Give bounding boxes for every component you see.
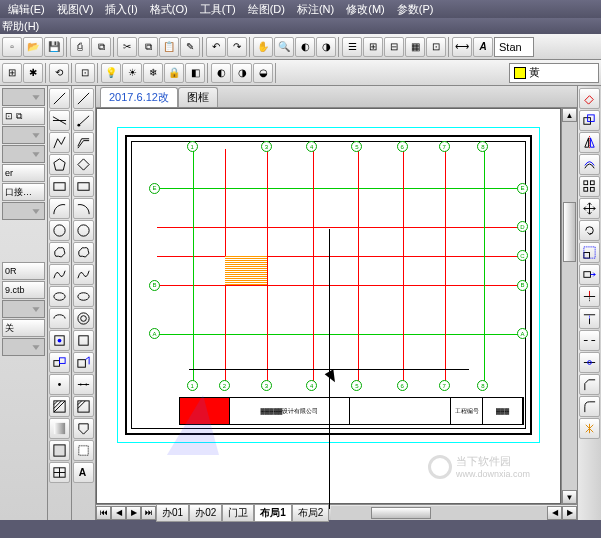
menu-param[interactable]: 参数(P) [391, 1, 440, 18]
scroll-up-button[interactable]: ▲ [562, 108, 577, 122]
redo-button[interactable]: ↷ [227, 37, 247, 57]
scroll-down-button[interactable]: ▼ [562, 490, 577, 504]
wipeout-tool[interactable] [73, 440, 94, 461]
move-tool[interactable] [579, 198, 600, 219]
lp-combo-3[interactable] [2, 145, 45, 163]
polygon-tool[interactable] [49, 154, 70, 175]
circle2-tool[interactable] [73, 220, 94, 241]
break-tool[interactable] [579, 330, 600, 351]
menu-insert[interactable]: 插入(I) [99, 1, 143, 18]
lp-combo-6[interactable] [2, 338, 45, 356]
erase-tool[interactable] [579, 88, 600, 109]
layer-states-button[interactable]: ⊡ [75, 63, 95, 83]
insert2-tool[interactable] [73, 330, 94, 351]
layout-tab-3[interactable]: 门卫 [222, 504, 254, 522]
zoom-button[interactable]: 🔍 [274, 37, 294, 57]
line2-tool[interactable] [73, 88, 94, 109]
tab-frame[interactable]: 图框 [178, 87, 218, 107]
circle-tool[interactable] [49, 220, 70, 241]
spline2-tool[interactable] [73, 264, 94, 285]
ellipsearc-tool[interactable] [49, 308, 70, 329]
zoom-ext-button[interactable]: ◑ [316, 37, 336, 57]
tool1-button[interactable]: ⊞ [363, 37, 383, 57]
menu-tools[interactable]: 工具(T) [194, 1, 242, 18]
layout-tab-5[interactable]: 布局2 [292, 504, 330, 522]
tab-next-button[interactable]: ▶ [126, 506, 141, 520]
xref-button[interactable]: ✱ [23, 63, 43, 83]
layout-tab-1[interactable]: 办01 [156, 504, 189, 522]
lp-rel[interactable]: 关 [2, 319, 45, 337]
rect2-tool[interactable] [73, 176, 94, 197]
lp-combo-4[interactable] [2, 202, 45, 220]
region-tool[interactable] [49, 440, 70, 461]
print-button[interactable]: ⎙ [70, 37, 90, 57]
fillet-tool[interactable] [579, 396, 600, 417]
layer-off-button[interactable]: ◑ [232, 63, 252, 83]
layer-iso-button[interactable]: ◒ [253, 63, 273, 83]
preview-button[interactable]: ⧉ [91, 37, 111, 57]
copy-button[interactable]: ⧉ [138, 37, 158, 57]
light-button[interactable]: 💡 [101, 63, 121, 83]
open-button[interactable]: 📂 [23, 37, 43, 57]
hatch2-tool[interactable] [73, 396, 94, 417]
arc2-tool[interactable] [73, 198, 94, 219]
lp-combo-5[interactable] [2, 300, 45, 318]
menu-dim[interactable]: 标注(N) [291, 1, 340, 18]
drawing-canvas[interactable]: E D C B A E B A 1 2 3 4 5 6 7 8 1 [96, 108, 561, 504]
scrollbar-vertical[interactable]: ▲ ▼ [561, 108, 577, 504]
block-tool[interactable] [49, 352, 70, 373]
menu-help[interactable]: 帮助(H) [2, 19, 39, 34]
tab-first-button[interactable]: ⏮ [96, 506, 111, 520]
paste-button[interactable]: 📋 [159, 37, 179, 57]
wblock-tool[interactable] [73, 352, 94, 373]
menu-modify[interactable]: 修改(M) [340, 1, 391, 18]
tool3-button[interactable]: ▦ [405, 37, 425, 57]
color-combo[interactable]: 黄 [509, 63, 599, 83]
extend-tool[interactable] [579, 308, 600, 329]
cloud2-tool[interactable] [73, 242, 94, 263]
color-button[interactable]: ◧ [185, 63, 205, 83]
scroll-left-button[interactable]: ◀ [547, 506, 562, 520]
rotate-tool[interactable] [579, 220, 600, 241]
stretch-tool[interactable] [579, 264, 600, 285]
line-tool[interactable] [49, 88, 70, 109]
dim-button[interactable]: ⟷ [452, 37, 472, 57]
offset-tool[interactable] [579, 154, 600, 175]
poly2-tool[interactable] [73, 154, 94, 175]
mirror-tool[interactable] [579, 132, 600, 153]
ray-tool[interactable] [73, 110, 94, 131]
zoom-prev-button[interactable]: ◐ [295, 37, 315, 57]
gradient-tool[interactable] [49, 418, 70, 439]
scroll-right-button[interactable]: ▶ [562, 506, 577, 520]
menu-view[interactable]: 视图(V) [51, 1, 100, 18]
lp-ctb[interactable]: 9.ctb [2, 281, 45, 299]
lp-link[interactable]: 口接… [2, 183, 45, 201]
revcloud-tool[interactable] [49, 242, 70, 263]
scroll-track-h[interactable] [331, 506, 547, 520]
tab-last-button[interactable]: ⏭ [141, 506, 156, 520]
donut-tool[interactable] [73, 308, 94, 329]
menu-edit[interactable]: 编辑(E) [2, 1, 51, 18]
tool4-button[interactable]: ⊡ [426, 37, 446, 57]
layer-on-button[interactable]: ◐ [211, 63, 231, 83]
point-tool[interactable] [49, 374, 70, 395]
text-button[interactable]: A [473, 37, 493, 57]
freeze-button[interactable]: ❄ [143, 63, 163, 83]
tab-date[interactable]: 2017.6.12改 [100, 87, 178, 107]
ellipse2-tool[interactable] [73, 286, 94, 307]
hatch-tool[interactable] [49, 396, 70, 417]
scale-tool[interactable] [579, 242, 600, 263]
mline-tool[interactable] [73, 132, 94, 153]
array-tool[interactable] [579, 176, 600, 197]
boundary-tool[interactable] [73, 418, 94, 439]
layout-tab-2[interactable]: 办02 [189, 504, 222, 522]
lp-item-1[interactable]: ⊡ ⧉ [2, 107, 45, 125]
insert-tool[interactable] [49, 330, 70, 351]
menu-format[interactable]: 格式(O) [144, 1, 194, 18]
divide-tool[interactable] [73, 374, 94, 395]
tab-prev-button[interactable]: ◀ [111, 506, 126, 520]
rect-tool[interactable] [49, 176, 70, 197]
lp-er[interactable]: er [2, 164, 45, 182]
sun-button[interactable]: ☀ [122, 63, 142, 83]
lock-button[interactable]: 🔒 [164, 63, 184, 83]
